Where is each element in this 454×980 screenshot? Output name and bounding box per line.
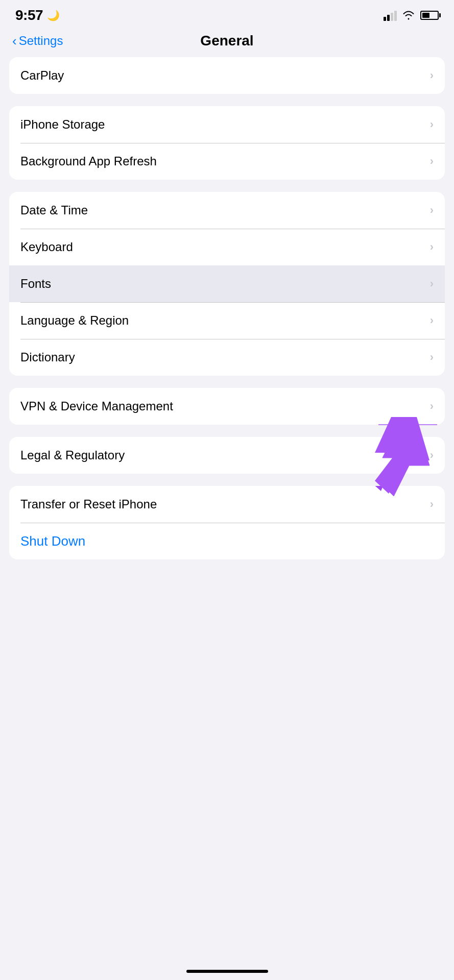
fonts-label: Fonts (20, 277, 51, 291)
transfer-reset-chevron-icon: › (430, 498, 434, 511)
keyboard-chevron-icon: › (430, 240, 434, 254)
status-time: 9:57 (15, 7, 43, 23)
dictionary-row[interactable]: Dictionary › (9, 339, 445, 376)
back-button[interactable]: ‹ Settings (12, 34, 63, 48)
background-app-refresh-row[interactable]: Background App Refresh › (9, 143, 445, 180)
settings-content: CarPlay › iPhone Storage › Background Ap… (0, 57, 454, 559)
language-region-chevron-icon: › (430, 314, 434, 327)
background-app-refresh-chevron-icon: › (430, 155, 434, 168)
language-region-row[interactable]: Language & Region › (9, 302, 445, 339)
date-time-label: Date & Time (20, 203, 88, 217)
carplay-row[interactable]: CarPlay › (9, 57, 445, 94)
transfer-reset-row[interactable]: Transfer or Reset iPhone › (9, 486, 445, 523)
vpn-group: VPN & Device Management › (9, 388, 445, 425)
fonts-row[interactable]: Fonts › (9, 265, 445, 302)
legal-regulatory-label: Legal & Regulatory (20, 448, 125, 462)
signal-bars-icon (384, 10, 397, 21)
legal-regulatory-row[interactable]: Legal & Regulatory › (9, 437, 445, 474)
iphone-storage-row[interactable]: iPhone Storage › (9, 106, 445, 143)
carplay-chevron-icon: › (430, 69, 434, 82)
back-label: Settings (19, 34, 63, 48)
shut-down-row[interactable]: Shut Down (9, 523, 445, 559)
storage-group: iPhone Storage › Background App Refresh … (9, 106, 445, 180)
signal-bar-2 (387, 15, 390, 21)
regional-group: Date & Time › Keyboard › Fonts › Languag… (9, 192, 445, 376)
vpn-device-chevron-icon: › (430, 400, 434, 413)
date-time-chevron-icon: › (430, 204, 434, 217)
legal-group: Legal & Regulatory › (9, 437, 445, 474)
battery-fill (422, 13, 429, 18)
home-indicator (186, 970, 268, 973)
dictionary-label: Dictionary (20, 350, 75, 364)
status-bar: 9:57 🌙 (0, 0, 454, 28)
signal-bar-4 (394, 11, 397, 21)
battery-icon (420, 11, 439, 20)
date-time-row[interactable]: Date & Time › (9, 192, 445, 229)
back-chevron-icon: ‹ (12, 34, 17, 47)
language-region-label: Language & Region (20, 313, 129, 328)
carplay-group: CarPlay › (9, 57, 445, 94)
vpn-device-row[interactable]: VPN & Device Management › (9, 388, 445, 425)
moon-icon: 🌙 (47, 9, 60, 21)
shut-down-label: Shut Down (20, 533, 85, 549)
legal-regulatory-chevron-icon: › (430, 449, 434, 462)
fonts-chevron-icon: › (430, 277, 434, 290)
signal-bar-1 (384, 17, 386, 21)
page-title: General (200, 33, 253, 49)
carplay-label: CarPlay (20, 68, 64, 83)
reset-group: Transfer or Reset iPhone › Shut Down (9, 486, 445, 559)
background-app-refresh-label: Background App Refresh (20, 154, 157, 168)
keyboard-row[interactable]: Keyboard › (9, 229, 445, 265)
nav-bar: ‹ Settings General (0, 28, 454, 57)
keyboard-label: Keyboard (20, 240, 73, 254)
wifi-icon (402, 10, 415, 20)
dictionary-chevron-icon: › (430, 351, 434, 364)
signal-bar-3 (391, 13, 393, 21)
vpn-device-label: VPN & Device Management (20, 399, 173, 413)
iphone-storage-label: iPhone Storage (20, 117, 105, 132)
transfer-reset-label: Transfer or Reset iPhone (20, 497, 157, 511)
status-icons (384, 10, 439, 21)
iphone-storage-chevron-icon: › (430, 118, 434, 131)
